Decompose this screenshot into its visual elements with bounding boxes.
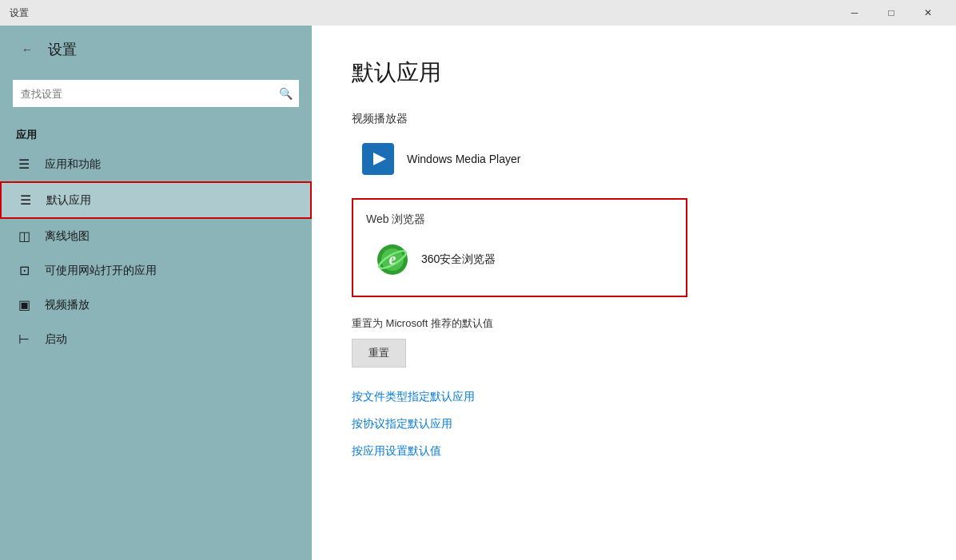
titlebar-title: 设置 [10, 6, 836, 20]
search-box: 🔍 [13, 80, 299, 107]
default-apps-label: 默认应用 [46, 193, 91, 208]
websites-icon: ⊡ [16, 263, 32, 278]
titlebar-controls: ─ □ ✕ [836, 0, 946, 26]
browser-360-name: 360安全浏览器 [421, 252, 496, 267]
sidebar-item-video-playback[interactable]: ▣ 视频播放 [0, 288, 312, 322]
sidebar-item-offline-maps[interactable]: ◫ 离线地图 [0, 219, 312, 253]
wmp-name: Windows Media Player [407, 153, 520, 165]
video-section-heading: 视频播放器 [352, 112, 916, 126]
reset-label: 重置为 Microsoft 推荐的默认值 [352, 316, 916, 331]
titlebar: 设置 ─ □ ✕ [0, 0, 956, 26]
video-playback-label: 视频播放 [45, 298, 90, 312]
browser-app-item[interactable]: e 360安全浏览器 [366, 236, 673, 283]
sidebar: ← 设置 🔍 应用 ☰ 应用和功能 ☰ 默认应用 ◫ 离线地图 ⊡ 可使用网站打… [0, 26, 312, 560]
browser-section: Web 浏览器 e 360安全浏览器 [352, 198, 687, 297]
sidebar-item-default-apps[interactable]: ☰ 默认应用 [0, 181, 312, 219]
link-by-filetype[interactable]: 按文件类型指定默认应用 [352, 390, 916, 404]
apps-features-icon: ☰ [16, 157, 32, 172]
offline-maps-icon: ◫ [16, 228, 32, 244]
sidebar-header: ← 设置 [0, 26, 312, 73]
page-title: 默认应用 [352, 58, 916, 88]
default-apps-icon: ☰ [18, 193, 34, 208]
link-by-protocol[interactable]: 按协议指定默认应用 [352, 417, 916, 431]
sidebar-item-apps-features[interactable]: ☰ 应用和功能 [0, 147, 312, 181]
link-by-app[interactable]: 按应用设置默认值 [352, 444, 916, 459]
maximize-button[interactable]: □ [873, 0, 910, 26]
minimize-button[interactable]: ─ [836, 0, 873, 26]
sidebar-title: 设置 [48, 40, 77, 59]
search-icon: 🔍 [279, 87, 293, 100]
browser-section-heading: Web 浏览器 [366, 212, 673, 227]
reset-section: 重置为 Microsoft 推荐的默认值 重置 [352, 316, 916, 367]
reset-button[interactable]: 重置 [352, 339, 406, 367]
startup-label: 启动 [45, 332, 67, 347]
svg-text:e: e [389, 250, 396, 268]
browser-360-icon: e [376, 244, 408, 276]
back-button[interactable]: ← [16, 38, 38, 61]
startup-icon: ⊢ [16, 332, 32, 347]
offline-maps-label: 离线地图 [45, 229, 90, 244]
close-button[interactable]: ✕ [910, 0, 946, 26]
wmp-icon [362, 143, 394, 175]
sidebar-item-websites[interactable]: ⊡ 可使用网站打开的应用 [0, 253, 312, 288]
apps-section-label: 应用 [0, 120, 312, 147]
video-app-item[interactable]: Windows Media Player [352, 136, 671, 182]
app-container: ← 设置 🔍 应用 ☰ 应用和功能 ☰ 默认应用 ◫ 离线地图 ⊡ 可使用网站打… [0, 26, 956, 560]
sidebar-item-startup[interactable]: ⊢ 启动 [0, 322, 312, 356]
websites-label: 可使用网站打开的应用 [45, 264, 157, 278]
content-area: 默认应用 视频播放器 Windows Media Player Web 浏览器 … [312, 26, 956, 560]
apps-features-label: 应用和功能 [45, 157, 101, 172]
video-playback-icon: ▣ [16, 297, 32, 312]
search-input[interactable] [13, 80, 299, 107]
